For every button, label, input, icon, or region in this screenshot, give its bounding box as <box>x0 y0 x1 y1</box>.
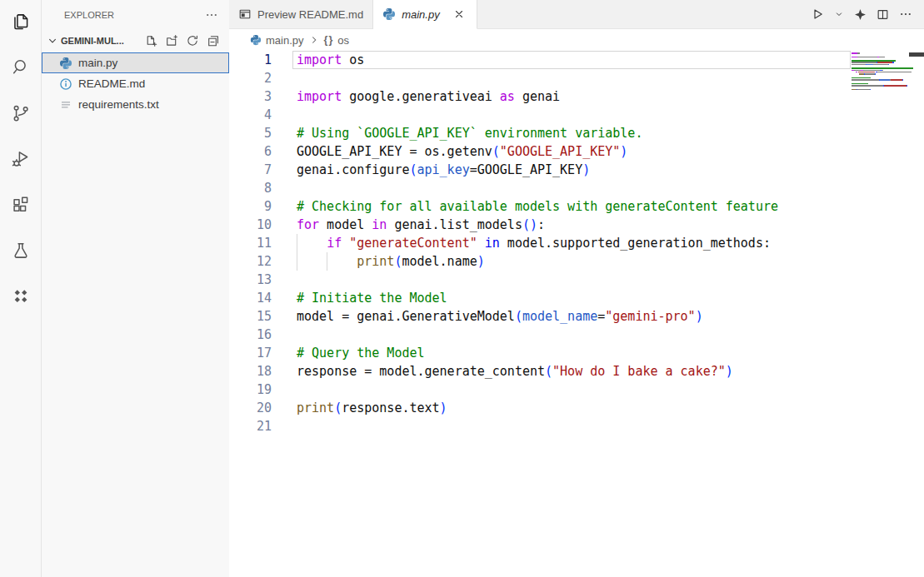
file-item-requirements.txt[interactable]: requirements.txt <box>42 94 229 115</box>
files-icon <box>10 11 32 36</box>
line-number[interactable]: 8 <box>229 179 272 197</box>
line-number[interactable]: 9 <box>229 197 272 216</box>
line-number[interactable]: 20 <box>229 399 272 417</box>
namespace-icon[interactable]: {} <box>324 34 334 46</box>
code-line[interactable]: response = model.generate_content("How d… <box>292 362 851 381</box>
line-number[interactable]: 3 <box>229 87 272 106</box>
line-number[interactable]: 12 <box>229 252 272 271</box>
minimap[interactable] <box>852 52 913 92</box>
python-icon <box>59 57 72 70</box>
text-file-icon <box>59 98 72 112</box>
line-number[interactable]: 14 <box>229 289 272 307</box>
code-line[interactable] <box>292 271 851 289</box>
code-editor[interactable]: 1import os23import google.generativeai a… <box>229 51 924 577</box>
chevron-down-icon <box>46 34 59 47</box>
beaker-icon <box>10 240 32 265</box>
search-icon <box>10 57 32 82</box>
code-line[interactable] <box>292 417 851 435</box>
line-number[interactable]: 17 <box>229 344 272 362</box>
activitybar-extensions[interactable] <box>0 183 41 229</box>
tab-preview-readme[interactable]: Preview README.md <box>229 0 373 29</box>
activitybar-custom-extension[interactable] <box>0 275 41 321</box>
vscode-window: EXPLORER GEMINI-MUL... main.pyREADME.mdr… <box>0 0 924 577</box>
python-icon <box>250 34 262 46</box>
breadcrumb-file[interactable]: main.py <box>266 34 304 47</box>
line-number[interactable]: 11 <box>229 234 272 252</box>
code-line[interactable]: print(response.text) <box>292 399 851 417</box>
line-number[interactable]: 5 <box>229 124 272 142</box>
activitybar-testing[interactable] <box>0 229 41 275</box>
activitybar-search[interactable] <box>0 46 41 92</box>
code-line[interactable]: # Initiate the Model <box>292 289 851 307</box>
line-number[interactable]: 16 <box>229 326 272 344</box>
info-icon <box>59 77 72 91</box>
line-number[interactable]: 7 <box>229 161 272 179</box>
breadcrumb-symbol[interactable]: os <box>337 34 349 47</box>
explorer-sidebar: EXPLORER GEMINI-MUL... main.pyREADME.mdr… <box>42 0 229 577</box>
code-line[interactable]: for model in genai.list_models(): <box>292 216 851 234</box>
code-line[interactable]: genai.configure(api_key=GOOGLE_API_KEY) <box>292 161 851 179</box>
code-line[interactable]: # Checking for all available models with… <box>292 197 851 216</box>
line-number[interactable]: 4 <box>229 106 272 124</box>
line-number[interactable]: 2 <box>229 69 272 87</box>
activitybar-run-debug[interactable] <box>0 137 41 183</box>
more-actions-icon[interactable] <box>899 7 912 21</box>
activitybar-source-control[interactable] <box>0 92 41 137</box>
code-line[interactable]: if "generateContent" in model.supported_… <box>292 234 851 252</box>
code-line[interactable] <box>292 106 851 124</box>
run-debug-icon <box>10 148 32 173</box>
split-editor-icon[interactable] <box>877 8 889 21</box>
file-list: main.pyREADME.mdrequirements.txt <box>42 52 229 115</box>
collapse-folders-icon[interactable] <box>206 33 221 48</box>
explorer-more-actions-icon[interactable] <box>202 6 221 24</box>
code-line[interactable]: print(model.name) <box>292 252 851 271</box>
run-dropdown-chevron-icon[interactable] <box>834 9 844 19</box>
activitybar-explorer[interactable] <box>0 0 41 46</box>
code-line[interactable]: GOOGLE_API_KEY = os.getenv("GOOGLE_API_K… <box>292 142 851 161</box>
line-number[interactable]: 18 <box>229 362 272 381</box>
line-number[interactable]: 13 <box>229 271 272 289</box>
line-number[interactable]: 6 <box>229 142 272 161</box>
code-line[interactable]: import os <box>292 51 851 69</box>
python-icon <box>382 7 396 21</box>
four-diamonds-icon <box>10 286 32 311</box>
sidebar-title: EXPLORER <box>64 10 114 20</box>
indent-guide <box>297 252 297 271</box>
tab-label: Preview README.md <box>257 8 363 21</box>
indent-guide <box>327 252 327 271</box>
code-line[interactable]: # Using `GOOGLE_API_KEY` environment var… <box>292 124 851 142</box>
markdown-preview-icon <box>238 7 252 21</box>
overview-ruler-cursor-mark <box>909 52 924 57</box>
editor-group: Preview README.md main.py main.py <box>229 0 924 577</box>
code-line[interactable]: model = genai.GenerativeModel(model_name… <box>292 307 851 326</box>
line-number[interactable]: 15 <box>229 307 272 326</box>
code-line[interactable] <box>292 69 851 87</box>
breadcrumb: main.py {} os <box>229 29 924 51</box>
tab-main-py[interactable]: main.py <box>373 0 477 29</box>
line-number[interactable]: 21 <box>229 417 272 435</box>
workspace-folder-header[interactable]: GEMINI-MUL... <box>42 30 229 51</box>
line-number[interactable]: 10 <box>229 216 272 234</box>
file-item-main.py[interactable]: main.py <box>42 52 229 73</box>
chevron-right-icon <box>308 34 320 46</box>
line-number[interactable]: 19 <box>229 381 272 399</box>
code-line[interactable]: import google.generativeai as genai <box>292 87 851 106</box>
sparkle-icon[interactable] <box>854 8 867 21</box>
source-control-icon <box>10 102 32 127</box>
code-line[interactable] <box>292 381 851 399</box>
indent-guide <box>297 234 297 252</box>
code-line[interactable]: # Query the Model <box>292 344 851 362</box>
run-button[interactable] <box>811 7 824 21</box>
tab-label: main.py <box>402 8 440 21</box>
extensions-icon <box>10 194 32 219</box>
new-folder-icon[interactable] <box>164 33 179 48</box>
tab-bar: Preview README.md main.py <box>229 0 924 29</box>
close-icon[interactable] <box>451 6 467 22</box>
line-number[interactable]: 1 <box>229 51 272 69</box>
code-line[interactable] <box>292 326 851 344</box>
code-line[interactable] <box>292 179 851 197</box>
workspace-folder-name: GEMINI-MUL... <box>61 36 143 46</box>
refresh-explorer-icon[interactable] <box>185 33 200 48</box>
new-file-icon[interactable] <box>143 33 158 48</box>
file-item-README.md[interactable]: README.md <box>42 73 229 94</box>
